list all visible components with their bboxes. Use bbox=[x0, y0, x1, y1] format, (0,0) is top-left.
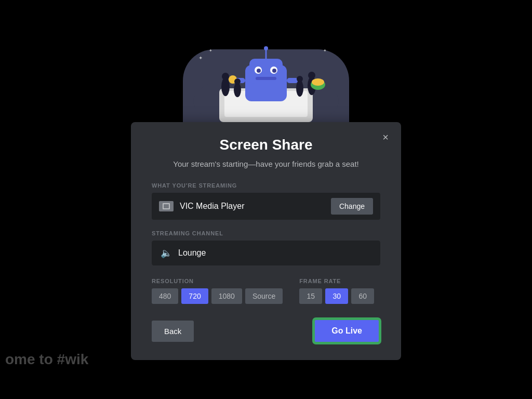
svg-point-22 bbox=[308, 72, 315, 79]
svg-point-20 bbox=[297, 76, 303, 82]
modal: × Screen Share Your stream's starting—ha… bbox=[131, 122, 401, 361]
streaming-section-label: WHAT YOU'RE STREAMING bbox=[152, 182, 380, 189]
framerate-label: FRAME RATE bbox=[299, 278, 380, 284]
settings-row: RESOLUTION 480 720 1080 Source FRAME RAT… bbox=[152, 278, 380, 304]
resolution-720[interactable]: 720 bbox=[181, 288, 208, 304]
svg-rect-9 bbox=[256, 77, 276, 80]
streaming-source-row: VIC Media Player Change bbox=[152, 193, 380, 220]
resolution-group: RESOLUTION 480 720 1080 Source bbox=[152, 278, 283, 304]
change-button[interactable]: Change bbox=[331, 198, 373, 215]
svg-point-19 bbox=[296, 80, 303, 97]
framerate-options: 15 30 60 bbox=[299, 288, 380, 304]
modal-title: Screen Share bbox=[152, 137, 380, 153]
svg-point-15 bbox=[221, 77, 230, 96]
svg-point-24 bbox=[312, 78, 324, 86]
svg-point-14 bbox=[264, 46, 268, 50]
svg-text:✦: ✦ bbox=[323, 48, 327, 53]
resolution-1080[interactable]: 1080 bbox=[211, 288, 242, 304]
svg-point-16 bbox=[222, 73, 229, 80]
speaker-icon: 🔈 bbox=[161, 247, 172, 259]
resolution-options: 480 720 1080 Source bbox=[152, 288, 283, 304]
modal-subtitle: Your stream's starting—have your friends… bbox=[152, 158, 380, 170]
svg-point-7 bbox=[257, 69, 261, 73]
window-icon bbox=[159, 201, 174, 211]
background-text: ome to #wik bbox=[0, 351, 88, 368]
channel-section-label: STREAMING CHANNEL bbox=[152, 230, 380, 236]
svg-point-18 bbox=[234, 78, 241, 85]
framerate-group: FRAME RATE 15 30 60 bbox=[299, 278, 380, 304]
svg-rect-11 bbox=[287, 78, 298, 83]
source-name: VIC Media Player bbox=[180, 202, 331, 211]
framerate-60[interactable]: 60 bbox=[351, 288, 374, 304]
illustration-bg: ✦ ✦ ✦ ✦ ✦ bbox=[183, 49, 349, 122]
svg-point-17 bbox=[234, 83, 241, 97]
svg-text:✦: ✦ bbox=[209, 48, 212, 53]
resolution-source[interactable]: Source bbox=[245, 288, 283, 304]
back-button[interactable]: Back bbox=[152, 321, 194, 342]
svg-point-8 bbox=[272, 69, 276, 73]
resolution-480[interactable]: 480 bbox=[152, 288, 178, 304]
modal-wrapper: ✦ ✦ ✦ ✦ ✦ × Screen Share Your stream's s… bbox=[131, 39, 401, 361]
resolution-label: RESOLUTION bbox=[152, 278, 283, 284]
framerate-15[interactable]: 15 bbox=[299, 288, 322, 304]
framerate-30[interactable]: 30 bbox=[325, 288, 348, 304]
go-live-button[interactable]: Go Live bbox=[313, 318, 380, 343]
close-button[interactable]: × bbox=[378, 130, 393, 145]
channel-row: 🔈 Lounge bbox=[152, 241, 380, 265]
footer-row: Back Go Live bbox=[152, 318, 380, 343]
svg-text:✦: ✦ bbox=[198, 55, 203, 61]
illustration-svg: ✦ ✦ ✦ ✦ ✦ bbox=[188, 44, 344, 127]
illustration-area: ✦ ✦ ✦ ✦ ✦ bbox=[131, 39, 401, 122]
channel-name: Lounge bbox=[178, 248, 206, 258]
